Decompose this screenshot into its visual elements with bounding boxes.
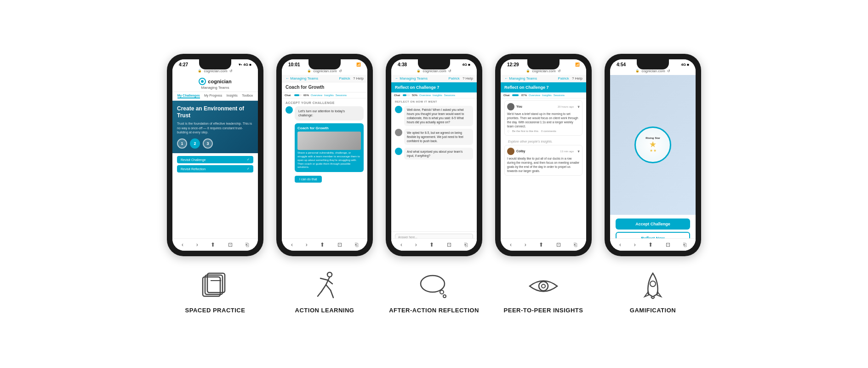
like-icon-1[interactable]: ♡	[507, 130, 509, 133]
svg-point-14	[443, 295, 446, 298]
user-name-3: Patrick	[448, 76, 459, 80]
challenges-tabs[interactable]: My Challenges My Progress Insights Toolb…	[172, 92, 258, 101]
i-can-btn[interactable]: I can do that	[295, 176, 322, 183]
check-icon-1: ✓	[247, 158, 250, 161]
tab-overview-2[interactable]: Overview	[311, 94, 322, 97]
cognician-logo: cognician	[199, 78, 231, 85]
nav-tabs-icon-5[interactable]: ⎗	[683, 242, 686, 248]
brand-name: cognician	[208, 79, 231, 84]
tab-insights-3[interactable]: Insights	[433, 94, 442, 97]
msg-row-1: Well done, Patrick! When I asked you wha…	[395, 106, 473, 126]
nav-forward-icon-2[interactable]: ›	[306, 242, 308, 248]
nav-tabs-icon-1[interactable]: ⎗	[246, 242, 249, 248]
tab-sessions-3[interactable]: Sessions	[444, 94, 455, 97]
nav-bar-3: ← Managing Teams Patrick ? Help	[391, 75, 477, 82]
nav-book-icon-1[interactable]: ⊡	[228, 242, 233, 248]
nav-tabs-icon-4[interactable]: ⎗	[574, 242, 577, 248]
nav-back-icon-1[interactable]: ‹	[182, 242, 183, 248]
phones-row: 4:27 ▾▪ 4G ■ 🔒 cognician.com ↺	[165, 54, 703, 256]
nav-share-icon-2[interactable]: ⬆	[320, 242, 325, 248]
url-text-1: cognician.com	[204, 69, 227, 73]
phone-column-4: 12:29 📶 🔒 cognician.com ↺ ← Managing Tea…	[493, 54, 594, 256]
nav-forward-icon-4[interactable]: ›	[525, 242, 526, 248]
nav-forward-icon-5[interactable]: ›	[634, 242, 636, 248]
phone-notch-3	[418, 59, 450, 69]
tab-chat-2[interactable]: Chat	[285, 94, 291, 97]
expand-icon-1[interactable]: ∨	[577, 105, 580, 109]
avatar-bot-3	[395, 106, 402, 113]
nav-share-icon-1[interactable]: ⬆	[211, 242, 215, 248]
user-name-4: Patrick	[558, 76, 569, 80]
step-2[interactable]: 2	[190, 138, 200, 149]
nav-share-icon-3[interactable]: ⬆	[429, 242, 434, 248]
explore-label: Explore other people's insights.	[504, 138, 582, 145]
chat-row-2: Let's turn our attention to today's chal…	[286, 106, 364, 183]
tab-toolbox[interactable]: Toolbox	[242, 94, 253, 98]
nav-book-icon-2[interactable]: ⊡	[337, 242, 342, 248]
thought-bubble-icon	[418, 270, 450, 302]
feature-label-spaced: SPACED PRACTICE	[185, 307, 246, 315]
reflect-tabs-4: Chat 87% Overview Insights Sessions	[501, 92, 586, 98]
features-row: SPACED PRACTICE ACTION LEARNING	[165, 270, 703, 315]
step-1[interactable]: 1	[177, 138, 187, 149]
help-btn-2[interactable]: ? Help	[353, 76, 364, 80]
nav-tabs-icon-2[interactable]: ⎗	[355, 242, 358, 248]
nav-back-icon-4[interactable]: ‹	[510, 242, 512, 248]
avatar-colby	[507, 148, 514, 155]
tab-my-challenges[interactable]: My Challenges	[177, 94, 200, 98]
tab-sessions-2[interactable]: Sessions	[336, 94, 347, 97]
lock-icon-1: 🔒	[198, 69, 202, 73]
badge-star-2: ★	[653, 149, 657, 153]
nav-back-icon-3[interactable]: ‹	[400, 242, 402, 248]
status-icons-4: 📶	[575, 63, 580, 67]
revisit-btns: Revisit Challenge ✓ Revisit Reflection ✓	[172, 153, 258, 175]
svg-line-10	[326, 285, 331, 290]
tab-my-progress[interactable]: My Progress	[204, 94, 222, 98]
refresh-icon-4: ↺	[558, 69, 561, 73]
refresh-icon-3: ↺	[448, 69, 451, 73]
tab-chat-3[interactable]: Chat	[394, 94, 400, 97]
accept-challenge-section: ACCEPT YOUR CHALLENGE Let's turn our att…	[282, 98, 367, 186]
revisit-reflection-btn[interactable]: Revisit Reflection ✓	[177, 165, 253, 172]
nav-back-icon-5[interactable]: ‹	[619, 242, 621, 248]
status-time-5: 4:54	[617, 62, 626, 67]
tab-overview-4[interactable]: Overview	[529, 94, 540, 97]
signal-icon-1: 4G ■	[243, 63, 251, 67]
nav-back-icon-2[interactable]: ‹	[291, 242, 293, 248]
nav-share-icon-4[interactable]: ⬆	[539, 242, 543, 248]
bottom-nav-1: ‹ › ⬆ ⊡ ⎗	[172, 238, 258, 251]
url-text-2: cognician.com	[313, 69, 337, 73]
post-name-2: Colby	[516, 150, 525, 153]
tab-overview-3[interactable]: Overview	[419, 94, 431, 97]
progress-indicator-4: 87%	[511, 94, 527, 97]
phone-column-2: 10:01 📶 🔒 cognician.com ↺ ← Managing Tea…	[274, 54, 375, 256]
back-btn-4[interactable]: ← Managing Teams	[504, 76, 537, 80]
lock-icon-2: 🔒	[307, 69, 311, 73]
help-btn-3[interactable]: ? Help	[463, 76, 473, 80]
help-btn-4[interactable]: ? Help	[572, 76, 582, 80]
tab-sessions-4[interactable]: Sessions	[554, 94, 565, 97]
status-time-2: 10:01	[288, 62, 300, 67]
step-3[interactable]: 3	[203, 138, 213, 149]
nav-forward-icon-3[interactable]: ›	[415, 242, 417, 248]
phone-notch-2	[308, 59, 341, 69]
nav-book-icon-5[interactable]: ⊡	[666, 242, 670, 248]
nav-book-icon-4[interactable]: ⊡	[556, 242, 561, 248]
accept-challenge-btn-5[interactable]: Accept Challenge	[616, 218, 690, 230]
tab-chat-4[interactable]: Chat	[503, 94, 509, 97]
nav-forward-icon-1[interactable]: ›	[196, 242, 198, 248]
tab-insights-4[interactable]: Insights	[542, 94, 552, 97]
back-btn-2[interactable]: ← Managing Teams	[286, 76, 318, 80]
revisit-challenge-btn[interactable]: Revisit Challenge ✓	[177, 156, 253, 163]
phone-column-3: 4:38 4G ■ 🔒 cognician.com ↺ ← Managing T…	[383, 54, 485, 256]
post-time-2: 13 min ago	[560, 150, 574, 153]
back-btn-3[interactable]: ← Managing Teams	[395, 76, 428, 80]
url-text-3: cognician.com	[423, 69, 446, 73]
tab-insights-2[interactable]: Insights	[324, 94, 334, 97]
eye-icon	[527, 270, 560, 302]
tab-insights[interactable]: Insights	[227, 94, 238, 98]
nav-book-icon-3[interactable]: ⊡	[447, 242, 451, 248]
nav-share-icon-5[interactable]: ⬆	[648, 242, 653, 248]
expand-icon-2[interactable]: ∨	[577, 150, 580, 153]
nav-tabs-icon-3[interactable]: ⎗	[464, 242, 468, 248]
